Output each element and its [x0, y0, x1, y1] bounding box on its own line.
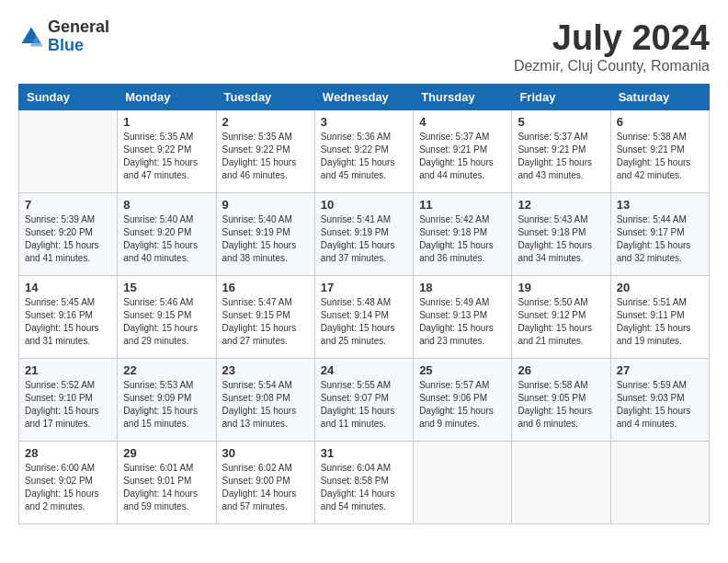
calendar-cell: 25Sunrise: 5:57 AM Sunset: 9:06 PM Dayli… — [414, 359, 512, 442]
calendar-cell: 15Sunrise: 5:46 AM Sunset: 9:15 PM Dayli… — [118, 276, 216, 359]
day-number: 21 — [25, 363, 111, 377]
header-sunday: Sunday — [19, 85, 118, 110]
day-info: Sunrise: 5:40 AM Sunset: 9:19 PM Dayligh… — [222, 213, 309, 265]
day-number: 27 — [617, 363, 703, 377]
logo-text: General Blue — [48, 18, 109, 55]
day-number: 8 — [123, 198, 210, 212]
day-number: 20 — [617, 281, 703, 294]
day-info: Sunrise: 5:44 AM Sunset: 9:17 PM Dayligh… — [617, 213, 703, 265]
day-number: 22 — [123, 363, 210, 377]
calendar-cell: 27Sunrise: 5:59 AM Sunset: 9:03 PM Dayli… — [610, 359, 709, 442]
day-info: Sunrise: 5:51 AM Sunset: 9:11 PM Dayligh… — [617, 296, 703, 348]
day-info: Sunrise: 5:48 AM Sunset: 9:14 PM Dayligh… — [321, 296, 407, 348]
calendar-cell: 12Sunrise: 5:43 AM Sunset: 9:18 PM Dayli… — [512, 193, 610, 276]
day-number: 14 — [25, 281, 111, 294]
day-number: 12 — [518, 198, 604, 212]
day-info: Sunrise: 5:52 AM Sunset: 9:10 PM Dayligh… — [25, 379, 111, 431]
day-info: Sunrise: 5:59 AM Sunset: 9:03 PM Dayligh… — [617, 379, 703, 431]
calendar-cell: 26Sunrise: 5:58 AM Sunset: 9:05 PM Dayli… — [512, 359, 610, 442]
header-wednesday: Wednesday — [314, 85, 413, 110]
calendar-cell: 4Sunrise: 5:37 AM Sunset: 9:21 PM Daylig… — [414, 110, 512, 193]
calendar-cell: 24Sunrise: 5:55 AM Sunset: 9:07 PM Dayli… — [314, 359, 413, 442]
calendar-cell — [19, 110, 118, 193]
day-number: 31 — [321, 446, 407, 460]
day-info: Sunrise: 6:00 AM Sunset: 9:02 PM Dayligh… — [25, 462, 111, 513]
header-row: SundayMondayTuesdayWednesdayThursdayFrid… — [19, 85, 710, 110]
logo-blue: Blue — [48, 37, 109, 55]
calendar-cell — [414, 442, 512, 524]
calendar-cell: 10Sunrise: 5:41 AM Sunset: 9:19 PM Dayli… — [314, 193, 413, 276]
day-info: Sunrise: 5:35 AM Sunset: 9:22 PM Dayligh… — [123, 131, 210, 182]
logo: General Blue — [18, 18, 109, 55]
header-tuesday: Tuesday — [216, 85, 314, 110]
title-area: July 2024 Dezmir, Cluj County, Romania — [514, 18, 710, 75]
day-info: Sunrise: 5:47 AM Sunset: 9:15 PM Dayligh… — [222, 296, 309, 348]
day-info: Sunrise: 5:38 AM Sunset: 9:21 PM Dayligh… — [617, 131, 703, 182]
calendar-table: SundayMondayTuesdayWednesdayThursdayFrid… — [18, 84, 710, 524]
day-number: 18 — [419, 281, 506, 294]
calendar-cell: 9Sunrise: 5:40 AM Sunset: 9:19 PM Daylig… — [216, 193, 314, 276]
day-number: 26 — [518, 363, 604, 377]
day-number: 16 — [222, 281, 309, 294]
day-number: 24 — [321, 363, 407, 377]
day-info: Sunrise: 5:39 AM Sunset: 9:20 PM Dayligh… — [25, 213, 111, 265]
day-info: Sunrise: 6:02 AM Sunset: 9:00 PM Dayligh… — [222, 462, 309, 513]
calendar-cell: 16Sunrise: 5:47 AM Sunset: 9:15 PM Dayli… — [216, 276, 314, 359]
day-info: Sunrise: 5:37 AM Sunset: 9:21 PM Dayligh… — [419, 131, 506, 182]
day-number: 1 — [123, 115, 210, 129]
calendar-cell: 23Sunrise: 5:54 AM Sunset: 9:08 PM Dayli… — [216, 359, 314, 442]
day-info: Sunrise: 5:46 AM Sunset: 9:15 PM Dayligh… — [123, 296, 210, 348]
calendar-cell: 21Sunrise: 5:52 AM Sunset: 9:10 PM Dayli… — [19, 359, 118, 442]
day-number: 2 — [222, 115, 309, 129]
page-header: General Blue July 2024 Dezmir, Cluj Coun… — [18, 18, 710, 75]
week-row-2: 7Sunrise: 5:39 AM Sunset: 9:20 PM Daylig… — [19, 193, 710, 276]
calendar-cell: 17Sunrise: 5:48 AM Sunset: 9:14 PM Dayli… — [314, 276, 413, 359]
day-number: 15 — [123, 281, 210, 294]
day-info: Sunrise: 5:50 AM Sunset: 9:12 PM Dayligh… — [518, 296, 604, 348]
day-info: Sunrise: 6:04 AM Sunset: 8:58 PM Dayligh… — [321, 462, 407, 513]
day-info: Sunrise: 5:57 AM Sunset: 9:06 PM Dayligh… — [419, 379, 506, 431]
week-row-5: 28Sunrise: 6:00 AM Sunset: 9:02 PM Dayli… — [19, 442, 710, 524]
calendar-cell: 29Sunrise: 6:01 AM Sunset: 9:01 PM Dayli… — [118, 442, 216, 524]
calendar-cell: 28Sunrise: 6:00 AM Sunset: 9:02 PM Dayli… — [19, 442, 118, 524]
day-info: Sunrise: 5:36 AM Sunset: 9:22 PM Dayligh… — [321, 131, 407, 182]
calendar-cell: 22Sunrise: 5:53 AM Sunset: 9:09 PM Dayli… — [118, 359, 216, 442]
day-number: 23 — [222, 363, 309, 377]
day-number: 5 — [518, 115, 604, 129]
week-row-4: 21Sunrise: 5:52 AM Sunset: 9:10 PM Dayli… — [19, 359, 710, 442]
day-number: 4 — [419, 115, 506, 129]
day-number: 11 — [419, 198, 506, 212]
day-info: Sunrise: 5:41 AM Sunset: 9:19 PM Dayligh… — [321, 213, 407, 265]
calendar-cell: 19Sunrise: 5:50 AM Sunset: 9:12 PM Dayli… — [512, 276, 610, 359]
day-number: 30 — [222, 446, 309, 460]
location-title: Dezmir, Cluj County, Romania — [514, 58, 710, 75]
calendar-cell: 2Sunrise: 5:35 AM Sunset: 9:22 PM Daylig… — [216, 110, 314, 193]
week-row-1: 1Sunrise: 5:35 AM Sunset: 9:22 PM Daylig… — [19, 110, 710, 193]
month-title: July 2024 — [514, 18, 710, 58]
calendar-cell: 1Sunrise: 5:35 AM Sunset: 9:22 PM Daylig… — [118, 110, 216, 193]
calendar-cell: 6Sunrise: 5:38 AM Sunset: 9:21 PM Daylig… — [610, 110, 709, 193]
calendar-cell — [610, 442, 709, 524]
header-thursday: Thursday — [414, 85, 512, 110]
day-number: 10 — [321, 198, 407, 212]
calendar-cell: 13Sunrise: 5:44 AM Sunset: 9:17 PM Dayli… — [610, 193, 709, 276]
day-info: Sunrise: 5:45 AM Sunset: 9:16 PM Dayligh… — [25, 296, 111, 348]
day-number: 28 — [25, 446, 111, 460]
calendar-cell: 3Sunrise: 5:36 AM Sunset: 9:22 PM Daylig… — [314, 110, 413, 193]
calendar-cell: 5Sunrise: 5:37 AM Sunset: 9:21 PM Daylig… — [512, 110, 610, 193]
header-monday: Monday — [118, 85, 216, 110]
header-friday: Friday — [512, 85, 610, 110]
calendar-cell — [512, 442, 610, 524]
day-number: 3 — [321, 115, 407, 129]
day-info: Sunrise: 5:37 AM Sunset: 9:21 PM Dayligh… — [518, 131, 604, 182]
day-number: 25 — [419, 363, 506, 377]
calendar-cell: 8Sunrise: 5:40 AM Sunset: 9:20 PM Daylig… — [118, 193, 216, 276]
header-saturday: Saturday — [610, 85, 709, 110]
day-number: 13 — [617, 198, 703, 212]
day-info: Sunrise: 6:01 AM Sunset: 9:01 PM Dayligh… — [123, 462, 210, 513]
day-info: Sunrise: 5:53 AM Sunset: 9:09 PM Dayligh… — [123, 379, 210, 431]
day-info: Sunrise: 5:54 AM Sunset: 9:08 PM Dayligh… — [222, 379, 309, 431]
day-info: Sunrise: 5:43 AM Sunset: 9:18 PM Dayligh… — [518, 213, 604, 265]
day-info: Sunrise: 5:55 AM Sunset: 9:07 PM Dayligh… — [321, 379, 407, 431]
day-number: 6 — [617, 115, 703, 129]
